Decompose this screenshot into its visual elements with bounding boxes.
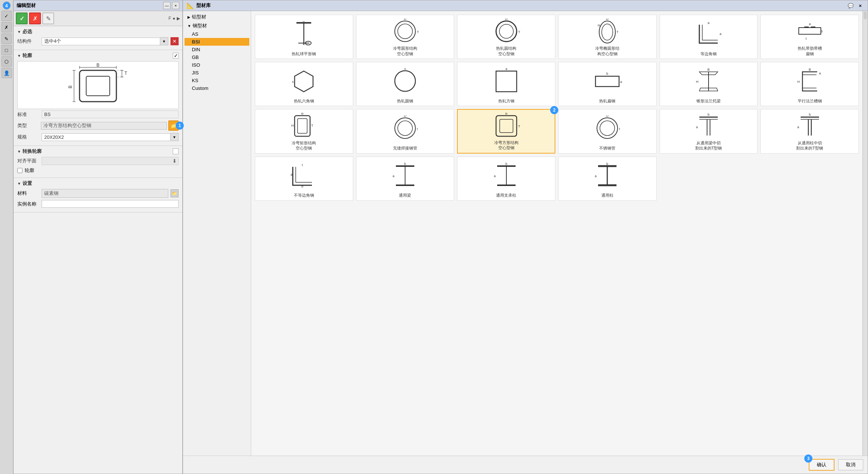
svg-text:b: b (809, 113, 811, 116)
standard-value: BS (42, 110, 179, 118)
profile-cell-7[interactable]: d 热轧圆钢 (356, 62, 454, 106)
profile-checkbox[interactable]: ✓ (173, 53, 179, 59)
profile-checkbox-row: 轮廓 (17, 167, 179, 174)
profile-cell-0[interactable]: D 热轧球平形钢 (255, 15, 353, 59)
structure-dropdown[interactable]: ▼ (42, 37, 168, 45)
spec-dropdown[interactable]: ▼ (42, 133, 179, 141)
profile-cell-5[interactable]: a b t 热轧带肋带槽扁钢 (760, 15, 859, 59)
tree-item-DIN[interactable]: DIN (185, 46, 249, 53)
align-plane-field[interactable]: ⬇ (42, 157, 179, 165)
3d-icon[interactable]: ⬡ (1, 56, 12, 67)
svg-text:a: a (707, 21, 709, 25)
profile-cell-4[interactable]: a a 等边角钢 (660, 15, 758, 59)
profile-svg-2: D T (492, 18, 521, 44)
profile-cell-6[interactable]: s 热轧六角钢 (255, 62, 353, 106)
profile-svg-19: b a (390, 160, 420, 192)
svg-text:T: T (311, 124, 313, 127)
profile-cell-12[interactable]: B H T 冷弯矩形结构空心型钢 (255, 109, 353, 154)
profile-svg-12: B H T (289, 112, 319, 139)
profile-name-11: 平行法兰槽钢 (798, 98, 822, 103)
profile-cell-15[interactable]: D t 不锈钢管 (558, 109, 657, 154)
profile-cell-8[interactable]: a 热轧方钢 (457, 62, 555, 106)
tree-item-steel[interactable]: ▼ 钢型材 (185, 21, 249, 30)
right-title-buttons: 💬 × (847, 2, 864, 9)
edit-button[interactable]: ✎ (42, 13, 54, 24)
profile-cell-10[interactable]: B H 锥形法兰托梁 (660, 62, 758, 106)
cross-button[interactable]: ✗ (29, 13, 41, 24)
structure-input[interactable] (42, 38, 160, 45)
close-right-btn[interactable]: × (857, 2, 864, 9)
svg-text:B: B (96, 63, 99, 68)
confirm-icon[interactable]: ✓ (1, 11, 12, 21)
profile-name-6: 热轧六角钢 (294, 98, 314, 103)
svg-text:a: a (620, 80, 622, 84)
profile-cell-13[interactable]: D t 无缝焊接钢管 (356, 109, 454, 154)
confirm-wrapper: 3 确认 (809, 459, 834, 471)
profile-drawing-svg: B B T (68, 63, 127, 107)
tree-item-aluminum[interactable]: ▶ 铝型材 (185, 13, 249, 21)
scrollbar-thumb[interactable] (864, 12, 867, 19)
profile-cell-1[interactable]: D T 冷弯圆形结构空心型钢 (356, 15, 454, 59)
svg-text:T: T (417, 30, 419, 34)
tree-label-ISO: ISO (192, 62, 200, 68)
type-input[interactable] (41, 122, 167, 130)
structure-label: 结构件 (17, 38, 39, 45)
tree-sidebar: ▶ 铝型材 ▼ 钢型材 AS BSI DIN GB ISO (183, 11, 251, 456)
conversion-triangle: ▼ (17, 150, 21, 154)
edit-icon-v[interactable]: ✎ (1, 34, 12, 44)
material-row: 材料 碳素钢 📁 (17, 189, 179, 198)
profile-check-input[interactable] (17, 168, 22, 173)
profile-cell-11[interactable]: B H a 平行法兰槽钢 (760, 62, 859, 106)
profile-svg-3: D H T (593, 18, 622, 44)
profile-cell-2[interactable]: D T 热轧圆结构空心型钢 (457, 15, 555, 59)
cancel-icon[interactable]: ✗ (1, 22, 12, 32)
svg-text:s: s (292, 80, 294, 84)
tree-item-KS[interactable]: KS (185, 77, 249, 84)
bottom-bar: 3 确认 取消 (183, 456, 868, 474)
structure-delete-btn[interactable]: ✕ (171, 37, 179, 45)
svg-text:B: B (809, 68, 811, 71)
profile-cell-9[interactable]: b a 热轧扁钢 (558, 62, 657, 106)
profile-name-0: 热轧球平形钢 (292, 51, 316, 56)
profile-label: 轮廓 (22, 52, 32, 59)
spec-dropdown-arrow[interactable]: ▼ (171, 133, 179, 141)
cancel-button[interactable]: 取消 (838, 459, 863, 470)
profile-cell-17[interactable]: b a 从通用柱中切割出来的T型钢 (760, 109, 859, 154)
profile-cell-3[interactable]: D H T 冷弯椭圆形结构空心型钢 (558, 15, 657, 59)
check-button[interactable]: ✓ (16, 13, 28, 24)
profile-name-8: 热轧方钢 (498, 98, 514, 103)
spec-input[interactable] (42, 133, 171, 141)
tree-item-AS[interactable]: AS (185, 30, 249, 38)
svg-text:B: B (707, 68, 710, 71)
profile-svg-20: b a (492, 160, 521, 192)
svg-rect-46 (496, 71, 517, 92)
tree-item-GB[interactable]: GB (185, 53, 249, 61)
tree-label-DIN: DIN (192, 47, 200, 52)
tree-label-aluminum: 铝型材 (192, 14, 206, 20)
tree-item-Custom[interactable]: Custom (185, 84, 249, 92)
comment-btn[interactable]: 💬 (847, 2, 854, 9)
material-browse-btn[interactable]: 📁 (171, 189, 179, 197)
close-btn[interactable]: × (172, 2, 179, 9)
profile-name-5: 热轧带肋带槽扁钢 (798, 46, 822, 56)
tree-item-BSI[interactable]: BSI (185, 38, 249, 46)
minimize-btn[interactable]: — (163, 2, 171, 9)
svg-text:a: a (291, 173, 292, 176)
user-icon[interactable]: 👤 (1, 68, 12, 78)
scrollbar[interactable] (862, 11, 868, 456)
box-icon[interactable]: □ (1, 45, 12, 55)
profile-cell-19[interactable]: b a 通用梁 (356, 157, 454, 201)
conversion-checkbox[interactable] (173, 148, 179, 154)
tree-item-ISO[interactable]: ISO (185, 61, 249, 69)
profile-cell-16[interactable]: b a 从通用梁中切割出来的T型钢 (660, 109, 758, 154)
profile-cell-14[interactable]: 2 B T 冷弯方形结构空心型钢 (457, 109, 555, 154)
required-label: 必选 (22, 28, 32, 35)
instance-name-input[interactable] (42, 200, 179, 208)
confirm-button[interactable]: 确认 (809, 459, 834, 471)
svg-rect-36 (799, 28, 821, 34)
tree-item-JIS[interactable]: JIS (185, 69, 249, 77)
profile-cell-21[interactable]: b a 通用柱 (558, 157, 657, 201)
profile-cell-20[interactable]: b a 通用支承柱 (457, 157, 555, 201)
profile-cell-18[interactable]: t a b 不等边角钢 (255, 157, 353, 201)
structure-dropdown-arrow[interactable]: ▼ (160, 37, 168, 45)
